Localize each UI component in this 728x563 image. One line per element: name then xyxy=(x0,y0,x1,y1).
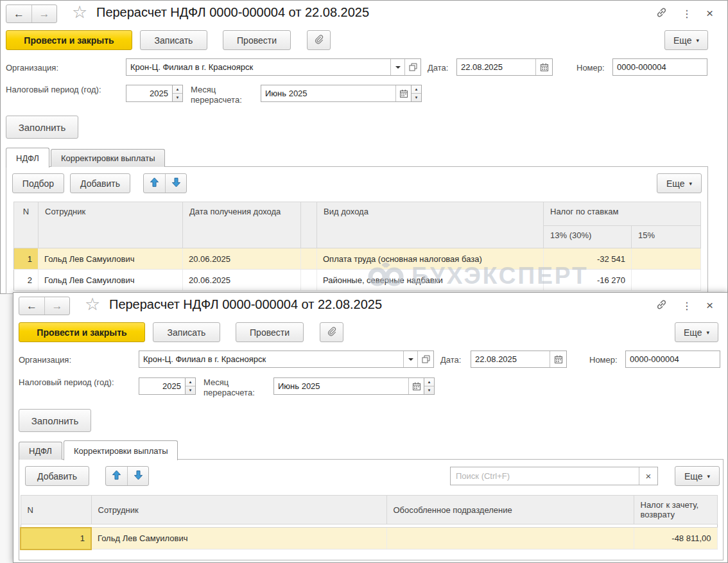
more-button[interactable]: Еще▾ xyxy=(675,322,718,342)
spin-up-icon[interactable]: ▲ xyxy=(424,378,434,386)
post-and-close-button[interactable]: Провести и закрыть xyxy=(19,322,145,342)
move-up-button[interactable] xyxy=(144,174,165,193)
close-icon[interactable]: × xyxy=(706,8,713,19)
spin-down-icon[interactable]: ▼ xyxy=(186,386,195,394)
kebab-menu-icon[interactable]: ⋮ xyxy=(682,8,692,20)
organization-field[interactable]: Крон-Ц. Филиал в г. Красноярск xyxy=(126,58,421,76)
back-button[interactable]: ← xyxy=(6,5,31,22)
number-field[interactable]: 0000-000004 xyxy=(625,351,720,368)
move-down-button[interactable] xyxy=(165,174,186,193)
cell-rate-15[interactable] xyxy=(632,248,701,270)
favorite-star-icon[interactable]: ☆ xyxy=(72,2,87,22)
col-header-employee[interactable]: Сотрудник xyxy=(91,496,386,524)
recalc-month-field[interactable]: Июнь 2025 xyxy=(261,85,412,102)
post-button[interactable]: Провести xyxy=(223,30,291,50)
tax-period-stepper[interactable]: ▲ ▼ xyxy=(173,85,183,102)
open-list-icon[interactable] xyxy=(417,351,433,367)
col-header-tax-offset[interactable]: Налог к зачету, возврату xyxy=(634,496,717,524)
write-button[interactable]: Записать xyxy=(153,322,220,342)
cell-income-type[interactable]: Районные, северные надбавки xyxy=(317,270,544,291)
close-icon[interactable]: × xyxy=(706,300,713,311)
attachments-button[interactable] xyxy=(320,322,343,342)
tax-period-stepper[interactable]: ▲ ▼ xyxy=(186,377,196,395)
organization-field[interactable]: Крон-Ц. Филиал в г. Красноярск xyxy=(139,351,434,368)
post-button[interactable]: Провести xyxy=(236,322,304,342)
dropdown-arrow-icon[interactable] xyxy=(403,351,417,367)
cell-division[interactable] xyxy=(386,528,634,550)
favorite-star-icon[interactable]: ☆ xyxy=(85,294,100,315)
cell-employee[interactable]: Гольд Лев Самуилович xyxy=(39,248,183,270)
fill-button[interactable]: Заполнить xyxy=(19,409,91,432)
col-header-rate-13[interactable]: 13% (30%) xyxy=(544,226,632,248)
get-link-icon[interactable] xyxy=(655,6,668,21)
cell-n[interactable]: 1 xyxy=(14,248,39,270)
dropdown-arrow-icon[interactable] xyxy=(390,59,404,75)
forward-button[interactable]: → xyxy=(31,5,56,22)
search-clear-icon[interactable]: × xyxy=(639,467,657,485)
spin-up-icon[interactable]: ▲ xyxy=(186,378,195,386)
back-button[interactable]: ← xyxy=(19,297,44,315)
col-header-employee[interactable]: Сотрудник xyxy=(39,202,183,248)
table-more-button[interactable]: Еще▾ xyxy=(657,173,702,193)
number-field[interactable]: 0000-000004 xyxy=(612,58,707,76)
get-link-icon[interactable] xyxy=(655,299,668,313)
cell-rate-15[interactable] xyxy=(632,270,701,291)
tab-payment-corrections[interactable]: Корректировки выплаты xyxy=(64,440,178,460)
table-row[interactable]: 1 Гольд Лев Самуилович 20.06.2025 Оплата… xyxy=(14,248,701,270)
tax-period-field[interactable]: 2025 xyxy=(126,85,173,102)
post-and-close-button[interactable]: Провести и закрыть xyxy=(6,30,132,50)
write-button[interactable]: Записать xyxy=(140,30,207,50)
date-field[interactable]: 22.08.2025 xyxy=(471,351,567,368)
table-more-button[interactable]: Еще▾ xyxy=(675,466,720,486)
cell-n[interactable]: 1 xyxy=(21,528,91,550)
tab-ndfl[interactable]: НДФЛ xyxy=(6,148,49,168)
cell-employee[interactable]: Гольд Лев Самуилович xyxy=(39,270,183,291)
add-button[interactable]: Добавить xyxy=(25,466,89,486)
col-header-income-date[interactable]: Дата получения дохода xyxy=(183,202,301,248)
search-input[interactable] xyxy=(451,467,639,485)
kebab-menu-icon[interactable]: ⋮ xyxy=(682,300,692,312)
col-header-tax-by-rates[interactable]: Налог по ставкам xyxy=(544,202,701,226)
cell-n[interactable]: 2 xyxy=(14,270,39,291)
tax-period-field[interactable]: 2025 xyxy=(139,377,186,395)
move-down-button[interactable] xyxy=(127,467,148,485)
forward-button[interactable]: → xyxy=(44,297,69,315)
cell-income-date[interactable]: 20.06.2025 xyxy=(183,248,301,270)
add-button[interactable]: Добавить xyxy=(70,173,130,193)
pick-button[interactable]: Подбор xyxy=(12,173,64,193)
date-field[interactable]: 22.08.2025 xyxy=(456,58,553,76)
cell-rate-13[interactable]: -16 270 xyxy=(544,270,632,291)
spin-down-icon[interactable]: ▼ xyxy=(424,386,434,394)
arrow-up-icon xyxy=(112,470,121,482)
recalc-month-field[interactable]: Июнь 2025 xyxy=(273,377,424,395)
cell-income-date[interactable]: 20.06.2025 xyxy=(183,270,301,291)
spin-down-icon[interactable]: ▼ xyxy=(412,93,421,101)
cell-income-type[interactable]: Оплата труда (основная налоговая база) xyxy=(317,248,544,270)
col-header-income-type[interactable]: Вид дохода xyxy=(317,202,544,248)
calendar-icon[interactable] xyxy=(395,85,411,101)
tab-ndfl[interactable]: НДФЛ xyxy=(19,442,62,460)
cell-rate-13[interactable]: -32 541 xyxy=(544,248,632,270)
fill-button[interactable]: Заполнить xyxy=(6,116,78,139)
open-list-icon[interactable] xyxy=(404,59,420,75)
table-row[interactable]: 1 Гольд Лев Самуилович -48 811,00 xyxy=(21,528,717,550)
col-header-n[interactable]: N xyxy=(21,496,91,524)
spin-down-icon[interactable]: ▼ xyxy=(173,93,182,101)
col-header-rate-15[interactable]: 15% xyxy=(632,226,701,248)
move-up-button[interactable] xyxy=(106,467,127,485)
spin-up-icon[interactable]: ▲ xyxy=(173,85,182,93)
calendar-icon[interactable] xyxy=(535,59,552,75)
cell-tax-offset[interactable]: -48 811,00 xyxy=(634,528,717,550)
spin-up-icon[interactable]: ▲ xyxy=(412,85,421,93)
recalc-month-stepper[interactable]: ▲ ▼ xyxy=(412,85,422,102)
more-button[interactable]: Еще▾ xyxy=(664,30,708,50)
tab-payment-corrections[interactable]: Корректировки выплаты xyxy=(51,149,166,167)
cell-employee[interactable]: Гольд Лев Самуилович xyxy=(91,528,386,550)
calendar-icon[interactable] xyxy=(550,351,566,367)
col-header-n[interactable]: N xyxy=(14,202,39,248)
calendar-icon[interactable] xyxy=(408,378,424,394)
col-header-division[interactable]: Обособленное подразделение xyxy=(386,496,634,524)
table-row[interactable]: 2 Гольд Лев Самуилович 20.06.2025 Районн… xyxy=(14,270,701,291)
attachments-button[interactable] xyxy=(307,30,331,50)
recalc-month-stepper[interactable]: ▲ ▼ xyxy=(424,377,435,395)
